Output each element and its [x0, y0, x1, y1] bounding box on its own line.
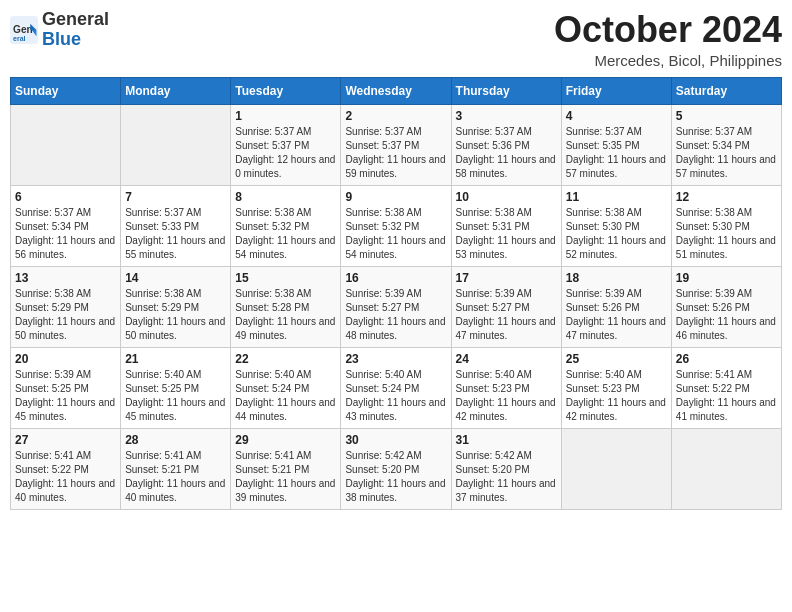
- day-info: Sunrise: 5:37 AM Sunset: 5:37 PM Dayligh…: [345, 125, 446, 181]
- day-info: Sunrise: 5:38 AM Sunset: 5:30 PM Dayligh…: [676, 206, 777, 262]
- day-number: 16: [345, 271, 446, 285]
- day-info: Sunrise: 5:39 AM Sunset: 5:27 PM Dayligh…: [345, 287, 446, 343]
- day-number: 18: [566, 271, 667, 285]
- calendar-cell: 14 Sunrise: 5:38 AM Sunset: 5:29 PM Dayl…: [121, 266, 231, 347]
- calendar-cell: 31 Sunrise: 5:42 AM Sunset: 5:20 PM Dayl…: [451, 428, 561, 509]
- day-number: 5: [676, 109, 777, 123]
- calendar-cell: 13 Sunrise: 5:38 AM Sunset: 5:29 PM Dayl…: [11, 266, 121, 347]
- logo-blue-text: Blue: [42, 29, 81, 49]
- weekday-header-tuesday: Tuesday: [231, 77, 341, 104]
- svg-text:Gen: Gen: [13, 24, 33, 35]
- day-number: 1: [235, 109, 336, 123]
- calendar-cell: [561, 428, 671, 509]
- day-info: Sunrise: 5:40 AM Sunset: 5:23 PM Dayligh…: [566, 368, 667, 424]
- day-number: 9: [345, 190, 446, 204]
- day-number: 10: [456, 190, 557, 204]
- calendar-cell: 9 Sunrise: 5:38 AM Sunset: 5:32 PM Dayli…: [341, 185, 451, 266]
- day-number: 26: [676, 352, 777, 366]
- calendar-cell: 28 Sunrise: 5:41 AM Sunset: 5:21 PM Dayl…: [121, 428, 231, 509]
- calendar-week-row: 13 Sunrise: 5:38 AM Sunset: 5:29 PM Dayl…: [11, 266, 782, 347]
- calendar-cell: 18 Sunrise: 5:39 AM Sunset: 5:26 PM Dayl…: [561, 266, 671, 347]
- calendar-cell: 6 Sunrise: 5:37 AM Sunset: 5:34 PM Dayli…: [11, 185, 121, 266]
- day-info: Sunrise: 5:39 AM Sunset: 5:26 PM Dayligh…: [676, 287, 777, 343]
- weekday-header-monday: Monday: [121, 77, 231, 104]
- day-info: Sunrise: 5:40 AM Sunset: 5:24 PM Dayligh…: [235, 368, 336, 424]
- day-info: Sunrise: 5:37 AM Sunset: 5:35 PM Dayligh…: [566, 125, 667, 181]
- location: Mercedes, Bicol, Philippines: [554, 52, 782, 69]
- weekday-header-sunday: Sunday: [11, 77, 121, 104]
- weekday-header-wednesday: Wednesday: [341, 77, 451, 104]
- calendar-cell: 3 Sunrise: 5:37 AM Sunset: 5:36 PM Dayli…: [451, 104, 561, 185]
- page-header: Gen eral General Blue October 2024 Merce…: [10, 10, 782, 69]
- calendar-cell: 17 Sunrise: 5:39 AM Sunset: 5:27 PM Dayl…: [451, 266, 561, 347]
- logo-icon: Gen eral: [10, 16, 38, 44]
- svg-text:eral: eral: [13, 35, 26, 42]
- day-number: 31: [456, 433, 557, 447]
- day-number: 14: [125, 271, 226, 285]
- day-info: Sunrise: 5:39 AM Sunset: 5:27 PM Dayligh…: [456, 287, 557, 343]
- day-number: 30: [345, 433, 446, 447]
- calendar-cell: 8 Sunrise: 5:38 AM Sunset: 5:32 PM Dayli…: [231, 185, 341, 266]
- day-number: 15: [235, 271, 336, 285]
- calendar-cell: 16 Sunrise: 5:39 AM Sunset: 5:27 PM Dayl…: [341, 266, 451, 347]
- day-number: 24: [456, 352, 557, 366]
- day-number: 12: [676, 190, 777, 204]
- calendar-cell: 29 Sunrise: 5:41 AM Sunset: 5:21 PM Dayl…: [231, 428, 341, 509]
- day-info: Sunrise: 5:39 AM Sunset: 5:25 PM Dayligh…: [15, 368, 116, 424]
- calendar-cell: [11, 104, 121, 185]
- day-number: 23: [345, 352, 446, 366]
- day-info: Sunrise: 5:41 AM Sunset: 5:22 PM Dayligh…: [15, 449, 116, 505]
- calendar-cell: 20 Sunrise: 5:39 AM Sunset: 5:25 PM Dayl…: [11, 347, 121, 428]
- day-number: 21: [125, 352, 226, 366]
- calendar-cell: 25 Sunrise: 5:40 AM Sunset: 5:23 PM Dayl…: [561, 347, 671, 428]
- day-info: Sunrise: 5:37 AM Sunset: 5:37 PM Dayligh…: [235, 125, 336, 181]
- calendar-cell: 15 Sunrise: 5:38 AM Sunset: 5:28 PM Dayl…: [231, 266, 341, 347]
- title-section: October 2024 Mercedes, Bicol, Philippine…: [554, 10, 782, 69]
- day-info: Sunrise: 5:40 AM Sunset: 5:23 PM Dayligh…: [456, 368, 557, 424]
- weekday-header-row: SundayMondayTuesdayWednesdayThursdayFrid…: [11, 77, 782, 104]
- day-info: Sunrise: 5:39 AM Sunset: 5:26 PM Dayligh…: [566, 287, 667, 343]
- calendar-week-row: 27 Sunrise: 5:41 AM Sunset: 5:22 PM Dayl…: [11, 428, 782, 509]
- day-info: Sunrise: 5:40 AM Sunset: 5:24 PM Dayligh…: [345, 368, 446, 424]
- day-number: 28: [125, 433, 226, 447]
- day-number: 8: [235, 190, 336, 204]
- day-info: Sunrise: 5:42 AM Sunset: 5:20 PM Dayligh…: [456, 449, 557, 505]
- calendar-cell: 26 Sunrise: 5:41 AM Sunset: 5:22 PM Dayl…: [671, 347, 781, 428]
- calendar-cell: 22 Sunrise: 5:40 AM Sunset: 5:24 PM Dayl…: [231, 347, 341, 428]
- day-info: Sunrise: 5:37 AM Sunset: 5:33 PM Dayligh…: [125, 206, 226, 262]
- calendar-cell: 11 Sunrise: 5:38 AM Sunset: 5:30 PM Dayl…: [561, 185, 671, 266]
- day-info: Sunrise: 5:38 AM Sunset: 5:31 PM Dayligh…: [456, 206, 557, 262]
- day-number: 27: [15, 433, 116, 447]
- calendar-cell: 19 Sunrise: 5:39 AM Sunset: 5:26 PM Dayl…: [671, 266, 781, 347]
- day-info: Sunrise: 5:41 AM Sunset: 5:21 PM Dayligh…: [125, 449, 226, 505]
- day-number: 20: [15, 352, 116, 366]
- day-number: 2: [345, 109, 446, 123]
- month-title: October 2024: [554, 10, 782, 50]
- calendar-cell: 21 Sunrise: 5:40 AM Sunset: 5:25 PM Dayl…: [121, 347, 231, 428]
- day-number: 17: [456, 271, 557, 285]
- calendar-week-row: 6 Sunrise: 5:37 AM Sunset: 5:34 PM Dayli…: [11, 185, 782, 266]
- weekday-header-friday: Friday: [561, 77, 671, 104]
- day-info: Sunrise: 5:38 AM Sunset: 5:30 PM Dayligh…: [566, 206, 667, 262]
- day-number: 19: [676, 271, 777, 285]
- weekday-header-saturday: Saturday: [671, 77, 781, 104]
- day-info: Sunrise: 5:37 AM Sunset: 5:34 PM Dayligh…: [15, 206, 116, 262]
- calendar-week-row: 20 Sunrise: 5:39 AM Sunset: 5:25 PM Dayl…: [11, 347, 782, 428]
- calendar-cell: 24 Sunrise: 5:40 AM Sunset: 5:23 PM Dayl…: [451, 347, 561, 428]
- day-info: Sunrise: 5:41 AM Sunset: 5:21 PM Dayligh…: [235, 449, 336, 505]
- weekday-header-thursday: Thursday: [451, 77, 561, 104]
- calendar-table: SundayMondayTuesdayWednesdayThursdayFrid…: [10, 77, 782, 510]
- day-info: Sunrise: 5:37 AM Sunset: 5:36 PM Dayligh…: [456, 125, 557, 181]
- calendar-cell: 12 Sunrise: 5:38 AM Sunset: 5:30 PM Dayl…: [671, 185, 781, 266]
- calendar-cell: 27 Sunrise: 5:41 AM Sunset: 5:22 PM Dayl…: [11, 428, 121, 509]
- day-number: 22: [235, 352, 336, 366]
- logo: Gen eral General Blue: [10, 10, 109, 50]
- day-info: Sunrise: 5:38 AM Sunset: 5:28 PM Dayligh…: [235, 287, 336, 343]
- calendar-week-row: 1 Sunrise: 5:37 AM Sunset: 5:37 PM Dayli…: [11, 104, 782, 185]
- calendar-cell: 30 Sunrise: 5:42 AM Sunset: 5:20 PM Dayl…: [341, 428, 451, 509]
- calendar-cell: 23 Sunrise: 5:40 AM Sunset: 5:24 PM Dayl…: [341, 347, 451, 428]
- calendar-cell: 7 Sunrise: 5:37 AM Sunset: 5:33 PM Dayli…: [121, 185, 231, 266]
- day-number: 25: [566, 352, 667, 366]
- day-info: Sunrise: 5:40 AM Sunset: 5:25 PM Dayligh…: [125, 368, 226, 424]
- day-info: Sunrise: 5:38 AM Sunset: 5:29 PM Dayligh…: [125, 287, 226, 343]
